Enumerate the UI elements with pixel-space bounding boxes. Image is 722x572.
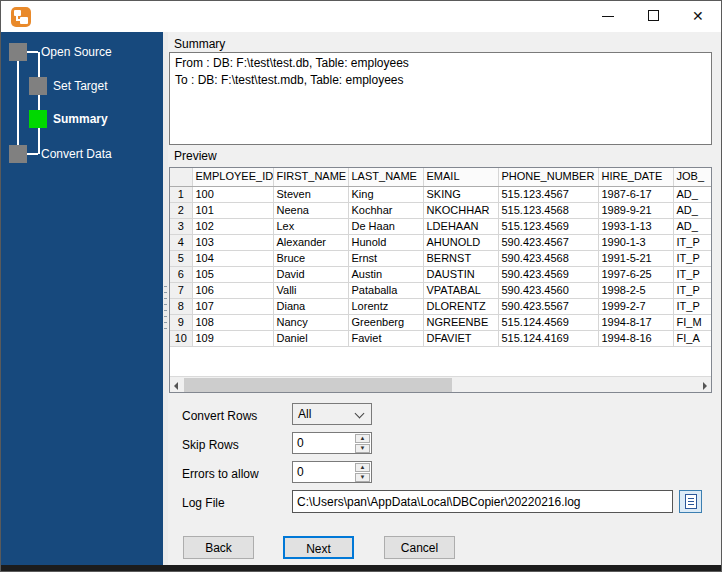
column-header[interactable]: LAST_NAME	[348, 168, 423, 186]
table-cell[interactable]: Neena	[273, 202, 348, 218]
column-header[interactable]: PHONE_NUMBER	[498, 168, 598, 186]
errors-increment-button[interactable]: ▲	[355, 463, 370, 472]
table-row[interactable]: 4103AlexanderHunoldAHUNOLD590.423.456719…	[170, 234, 712, 250]
table-cell[interactable]: Lorentz	[348, 298, 423, 314]
table-cell[interactable]: Greenberg	[348, 314, 423, 330]
table-cell[interactable]: DFAVIET	[423, 330, 498, 346]
table-cell[interactable]: AD_	[673, 218, 712, 234]
table-cell[interactable]: DLORENTZ	[423, 298, 498, 314]
table-cell[interactable]: 590.423.4567	[498, 234, 598, 250]
table-cell[interactable]: Austin	[348, 266, 423, 282]
row-number[interactable]: 7	[170, 282, 192, 298]
table-cell[interactable]: 107	[192, 298, 273, 314]
table-cell[interactable]: FI_M	[673, 314, 712, 330]
table-cell[interactable]: 109	[192, 330, 273, 346]
table-cell[interactable]: 515.123.4569	[498, 218, 598, 234]
table-cell[interactable]: 515.124.4169	[498, 330, 598, 346]
row-number[interactable]: 4	[170, 234, 192, 250]
row-number[interactable]: 8	[170, 298, 192, 314]
table-row[interactable]: 2101NeenaKochharNKOCHHAR515.123.45681989…	[170, 202, 712, 218]
table-cell[interactable]: 106	[192, 282, 273, 298]
table-row[interactable]: 10109DanielFavietDFAVIET515.124.41691994…	[170, 330, 712, 346]
convert-rows-dropdown[interactable]: All	[292, 403, 372, 425]
table-cell[interactable]: 1997-6-25	[598, 266, 673, 282]
table-row[interactable]: 9108NancyGreenbergNGREENBE515.124.456919…	[170, 314, 712, 330]
table-cell[interactable]: Faviet	[348, 330, 423, 346]
table-cell[interactable]: 1999-2-7	[598, 298, 673, 314]
table-cell[interactable]: DAUSTIN	[423, 266, 498, 282]
column-header[interactable]: EMPLOYEE_ID	[192, 168, 273, 186]
table-cell[interactable]: FI_A	[673, 330, 712, 346]
table-cell[interactable]: AHUNOLD	[423, 234, 498, 250]
table-cell[interactable]: Ernst	[348, 250, 423, 266]
table-cell[interactable]: Valli	[273, 282, 348, 298]
table-row[interactable]: 3102LexDe HaanLDEHAAN515.123.45691993-1-…	[170, 218, 712, 234]
row-number[interactable]: 10	[170, 330, 192, 346]
table-cell[interactable]: Daniel	[273, 330, 348, 346]
summary-textbox[interactable]: From : DB: F:\test\test.db, Table: emplo…	[169, 52, 712, 145]
table-cell[interactable]: IT_P	[673, 282, 712, 298]
table-cell[interactable]: NGREENBE	[423, 314, 498, 330]
table-cell[interactable]: IT_P	[673, 250, 712, 266]
row-number[interactable]: 9	[170, 314, 192, 330]
table-cell[interactable]: 100	[192, 186, 273, 202]
table-cell[interactable]: Hunold	[348, 234, 423, 250]
table-cell[interactable]: King	[348, 186, 423, 202]
table-cell[interactable]: 590.423.4560	[498, 282, 598, 298]
table-cell[interactable]: Lex	[273, 218, 348, 234]
table-cell[interactable]: 102	[192, 218, 273, 234]
table-cell[interactable]: 515.123.4567	[498, 186, 598, 202]
table-cell[interactable]: De Haan	[348, 218, 423, 234]
table-cell[interactable]: Steven	[273, 186, 348, 202]
row-number[interactable]: 1	[170, 186, 192, 202]
row-number[interactable]: 6	[170, 266, 192, 282]
table-cell[interactable]: 1987-6-17	[598, 186, 673, 202]
table-cell[interactable]: 1991-5-21	[598, 250, 673, 266]
table-cell[interactable]: NKOCHHAR	[423, 202, 498, 218]
table-cell[interactable]: SKING	[423, 186, 498, 202]
table-cell[interactable]: Kochhar	[348, 202, 423, 218]
row-header-corner[interactable]	[170, 168, 192, 186]
table-cell[interactable]: Diana	[273, 298, 348, 314]
table-cell[interactable]: VPATABAL	[423, 282, 498, 298]
next-button[interactable]: Next	[283, 536, 354, 559]
scroll-left-button[interactable]	[170, 377, 184, 393]
table-cell[interactable]: 1994-8-16	[598, 330, 673, 346]
horizontal-scrollbar[interactable]	[170, 376, 711, 392]
column-header[interactable]: EMAIL	[423, 168, 498, 186]
scroll-right-button[interactable]	[697, 377, 711, 393]
table-cell[interactable]: 101	[192, 202, 273, 218]
table-row[interactable]: 5104BruceErnstBERNST590.423.45681991-5-2…	[170, 250, 712, 266]
table-cell[interactable]: David	[273, 266, 348, 282]
table-cell[interactable]: Alexander	[273, 234, 348, 250]
table-cell[interactable]: AD_	[673, 202, 712, 218]
table-cell[interactable]: 590.423.4569	[498, 266, 598, 282]
cancel-button[interactable]: Cancel	[384, 536, 455, 559]
maximize-button[interactable]	[640, 5, 666, 27]
skip-rows-decrement-button[interactable]: ▼	[355, 444, 370, 453]
skip-rows-increment-button[interactable]: ▲	[355, 434, 370, 443]
table-cell[interactable]: Bruce	[273, 250, 348, 266]
row-number[interactable]: 5	[170, 250, 192, 266]
errors-decrement-button[interactable]: ▼	[355, 473, 370, 482]
table-cell[interactable]: IT_P	[673, 234, 712, 250]
table-cell[interactable]: IT_P	[673, 298, 712, 314]
table-cell[interactable]: 1994-8-17	[598, 314, 673, 330]
table-row[interactable]: 7106ValliPataballaVPATABAL590.423.456019…	[170, 282, 712, 298]
table-cell[interactable]: 1990-1-3	[598, 234, 673, 250]
back-button[interactable]: Back	[183, 536, 254, 559]
table-cell[interactable]: 590.423.5567	[498, 298, 598, 314]
table-cell[interactable]: 590.423.4568	[498, 250, 598, 266]
minimize-button[interactable]	[595, 5, 621, 27]
table-cell[interactable]: 515.123.4568	[498, 202, 598, 218]
table-cell[interactable]: 108	[192, 314, 273, 330]
row-number[interactable]: 3	[170, 218, 192, 234]
skip-rows-stepper[interactable]: 0 ▲ ▼	[292, 432, 372, 454]
errors-to-allow-stepper[interactable]: 0 ▲ ▼	[292, 461, 372, 483]
table-cell[interactable]: 103	[192, 234, 273, 250]
table-cell[interactable]: AD_	[673, 186, 712, 202]
table-cell[interactable]: IT_P	[673, 266, 712, 282]
scrollbar-thumb[interactable]	[184, 378, 452, 392]
table-row[interactable]: 8107DianaLorentzDLORENTZ590.423.55671999…	[170, 298, 712, 314]
log-file-input[interactable]	[292, 490, 673, 513]
